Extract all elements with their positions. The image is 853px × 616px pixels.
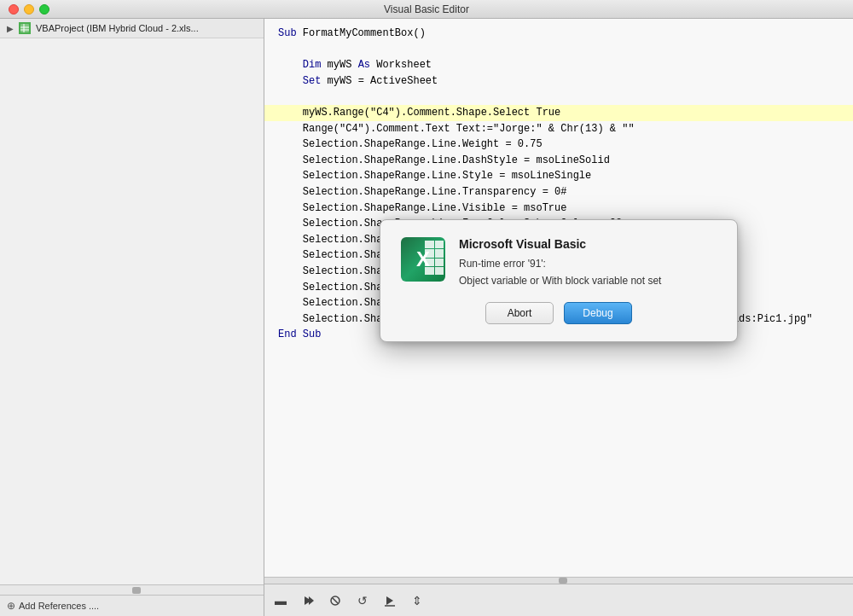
- excel-letter: X: [416, 247, 430, 271]
- dialog-body: X: [401, 237, 717, 287]
- close-button[interactable]: [9, 4, 19, 15]
- toolbar-btn-undo[interactable]: ↺: [353, 591, 372, 610]
- dialog-buttons: Abort Debug: [401, 302, 717, 324]
- code-line-11: Selection.ShapeRange.Line.Transparency =…: [264, 184, 853, 200]
- add-refs-icon: ⊕: [7, 600, 15, 612]
- svg-line-7: [333, 598, 338, 603]
- code-line-8: Selection.ShapeRange.Line.Weight = 0.75: [264, 137, 853, 153]
- dialog-error-type: Run-time error '91':: [459, 258, 717, 270]
- sidebar: ▶ VBAProject (IBM Hybrid Cloud - 2.xls..…: [0, 19, 264, 616]
- add-refs-label: Add References ....: [19, 601, 99, 611]
- dialog-error-msg: Object variable or With block variable n…: [459, 275, 717, 287]
- project-icon: [19, 22, 31, 34]
- code-line-7: Range("C4").Comment.Text Text:="Jorge:" …: [264, 121, 853, 137]
- window-title: Visual Basic Editor: [384, 3, 469, 15]
- code-line-1: Sub FormatMyCommentBox(): [264, 26, 853, 42]
- svg-rect-0: [20, 24, 29, 32]
- title-bar: Visual Basic Editor: [0, 0, 853, 19]
- code-container[interactable]: Sub FormatMyCommentBox() Dim myWS As Wor…: [264, 19, 853, 577]
- scroll-thumb: [559, 578, 567, 584]
- debug-button[interactable]: Debug: [564, 302, 632, 324]
- window-controls[interactable]: [9, 4, 49, 15]
- minimize-button[interactable]: [24, 4, 34, 15]
- dialog-title: Microsoft Visual Basic: [459, 237, 717, 251]
- code-line-4: Set myWS = ActiveSheet: [264, 73, 853, 90]
- code-line-6: myWS.Range("C4").Comment.Shape.Select Tr…: [264, 105, 853, 121]
- excel-icon: X: [401, 237, 445, 282]
- code-line-9: Selection.ShapeRange.Line.DashStyle = ms…: [264, 153, 853, 169]
- project-label: VBAProject (IBM Hybrid Cloud - 2.xls...: [36, 23, 257, 33]
- dialog-text-area: Microsoft Visual Basic Run-time error '9…: [459, 237, 717, 287]
- toolbar-btn-step-into[interactable]: [380, 591, 399, 610]
- add-references[interactable]: ⊕ Add References ....: [0, 595, 264, 616]
- sidebar-scroll: [0, 584, 264, 595]
- error-dialog: X: [380, 219, 738, 342]
- toolbar-btn-stop[interactable]: ▬: [271, 591, 290, 610]
- svg-marker-8: [386, 596, 393, 605]
- expand-arrow-icon: ▶: [7, 24, 14, 33]
- code-line-2: [264, 42, 853, 58]
- svg-marker-5: [309, 596, 314, 605]
- code-line-10: Selection.ShapeRange.Line.Style = msoLin…: [264, 168, 853, 184]
- code-line-3: Dim myWS As Worksheet: [264, 57, 853, 73]
- editor-area: Sub FormatMyCommentBox() Dim myWS As Wor…: [264, 19, 853, 616]
- main-layout: ▶ VBAProject (IBM Hybrid Cloud - 2.xls..…: [0, 19, 853, 616]
- sidebar-scroll-thumb: [132, 587, 141, 594]
- toolbar-btn-play[interactable]: [299, 591, 317, 610]
- toolbar-btn-stop2[interactable]: [326, 591, 345, 610]
- sidebar-content: [0, 38, 264, 584]
- toolbar: ▬ ↺ ⇕: [264, 584, 853, 616]
- code-line-12: Selection.ShapeRange.Line.Visible = msoT…: [264, 200, 853, 217]
- sidebar-project-item[interactable]: ▶ VBAProject (IBM Hybrid Cloud - 2.xls..…: [0, 19, 264, 38]
- abort-button[interactable]: Abort: [485, 302, 554, 324]
- horizontal-scrollbar[interactable]: [264, 577, 853, 584]
- code-line-5: [264, 89, 853, 105]
- maximize-button[interactable]: [39, 4, 49, 15]
- toolbar-btn-step-over[interactable]: ⇕: [408, 591, 426, 610]
